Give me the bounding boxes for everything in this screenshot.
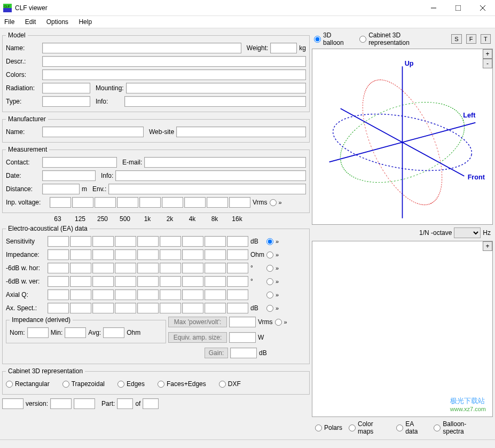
ea-cell[interactable]	[92, 289, 114, 300]
menu-file[interactable]: File	[4, 18, 14, 26]
inpvolt-cell[interactable]	[117, 197, 138, 208]
view3d-cabrep-radio[interactable]: Cabinet 3D representation	[359, 32, 439, 46]
ea-cell[interactable]	[205, 289, 226, 300]
ea-cell[interactable]	[70, 276, 91, 287]
ea-cell[interactable]	[48, 276, 69, 287]
ea-cell[interactable]	[160, 303, 181, 313]
descr-input[interactable]	[42, 56, 306, 67]
3d-viewer[interactable]: + - Up Left Front	[312, 49, 493, 225]
ea-cell[interactable]	[205, 249, 226, 260]
tab-colormaps[interactable]: Color maps	[349, 420, 390, 435]
ea-cell[interactable]	[70, 263, 91, 273]
ea-cell[interactable]	[92, 249, 114, 260]
ea-cell[interactable]	[160, 289, 181, 300]
viewer-scroll-plus[interactable]: +	[483, 49, 492, 59]
inpvolt-cell[interactable]	[139, 197, 161, 208]
ea-cell[interactable]	[205, 236, 226, 247]
website-input[interactable]	[176, 127, 306, 137]
meas-info-input[interactable]	[115, 170, 306, 181]
inpvolt-cell[interactable]	[229, 197, 250, 208]
inpvolt-cell[interactable]	[162, 197, 183, 208]
ea-cell[interactable]	[92, 276, 114, 287]
ea-cell[interactable]	[48, 236, 69, 247]
version-a-input[interactable]	[50, 398, 72, 409]
maxpower-input[interactable]	[229, 317, 256, 327]
version-prefix-input[interactable]	[2, 398, 23, 409]
cab3d-trap[interactable]: Trapezoidal	[62, 380, 105, 388]
view3d-balloon-radio[interactable]: 3D balloon	[314, 32, 352, 46]
ea-cell[interactable]	[92, 236, 114, 247]
part-input[interactable]	[117, 398, 133, 409]
min-input[interactable]	[65, 327, 86, 338]
ea-cell[interactable]	[115, 249, 136, 260]
ea-cell[interactable]	[48, 303, 69, 313]
maxpower-radio[interactable]	[275, 319, 282, 326]
inpvolt-cell[interactable]	[184, 197, 206, 208]
ea-cell[interactable]	[137, 249, 159, 260]
inpvolt-radio[interactable]	[270, 199, 277, 206]
ea-cell[interactable]	[115, 303, 136, 313]
ea-cell[interactable]	[160, 249, 181, 260]
ea-cell[interactable]	[182, 236, 203, 247]
gain-button[interactable]: Gain:	[205, 348, 228, 358]
ea-cell[interactable]	[205, 276, 226, 287]
sensitivity-radio[interactable]	[266, 238, 273, 245]
ea-cell[interactable]	[92, 263, 114, 273]
ea-cell[interactable]	[160, 236, 181, 247]
tab-eadata[interactable]: EA data	[396, 420, 427, 435]
ea-cell[interactable]	[137, 276, 159, 287]
ea-cell[interactable]	[160, 276, 181, 287]
mounting-input[interactable]	[126, 83, 306, 93]
distance-input[interactable]	[42, 184, 80, 194]
ea-cell[interactable]	[115, 263, 136, 273]
ea-cell[interactable]	[227, 276, 248, 287]
ea-cell[interactable]	[137, 263, 159, 273]
maximize-button[interactable]	[446, 0, 470, 16]
tab-balloonspectra[interactable]: Balloon-spectra	[434, 420, 486, 435]
menu-options[interactable]: Options	[46, 18, 68, 26]
ea-cell[interactable]	[48, 289, 69, 300]
ea-cell[interactable]	[205, 263, 226, 273]
inpvolt-cell[interactable]	[95, 197, 116, 208]
view-t-button[interactable]: T	[481, 34, 491, 44]
contact-input[interactable]	[42, 157, 117, 168]
avg-input[interactable]	[103, 327, 124, 338]
ea-cell[interactable]	[227, 263, 248, 273]
equiv-input[interactable]	[229, 332, 256, 343]
inpvolt-cell[interactable]	[207, 197, 228, 208]
cab3d-edges[interactable]: Edges	[117, 380, 145, 388]
tab-polars[interactable]: Polars	[315, 424, 342, 431]
view-f-button[interactable]: F	[466, 34, 476, 44]
mfr-name-input[interactable]	[42, 127, 144, 137]
axsp-radio[interactable]	[266, 305, 273, 312]
ea-cell[interactable]	[182, 263, 203, 273]
menu-edit[interactable]: Edit	[25, 18, 36, 26]
ea-cell[interactable]	[227, 289, 248, 300]
date-input[interactable]	[42, 170, 96, 181]
ea-cell[interactable]	[182, 289, 203, 300]
version-b-input[interactable]	[74, 398, 95, 409]
inpvolt-cell[interactable]	[50, 197, 71, 208]
gain-input[interactable]	[230, 348, 257, 358]
viewer-scroll-minus[interactable]: -	[483, 59, 492, 68]
ea-cell[interactable]	[70, 289, 91, 300]
view-s-button[interactable]: S	[451, 34, 461, 44]
weight-input[interactable]	[270, 43, 297, 53]
ea-cell[interactable]	[205, 303, 226, 313]
ea-cell[interactable]	[115, 276, 136, 287]
ea-cell[interactable]	[227, 303, 248, 313]
ea-cell[interactable]	[115, 289, 136, 300]
ea-cell[interactable]	[48, 263, 69, 273]
maxpower-button[interactable]: Max 'power/volt':	[168, 317, 227, 327]
nom-input[interactable]	[27, 327, 49, 338]
ea-cell[interactable]	[92, 303, 114, 313]
email-input[interactable]	[144, 157, 306, 168]
ea-cell[interactable]	[182, 249, 203, 260]
radiation-input[interactable]	[42, 83, 90, 93]
env-input[interactable]	[108, 184, 306, 194]
cab3d-facesedges[interactable]: Faces+Edges	[158, 380, 206, 388]
ea-cell[interactable]	[137, 236, 159, 247]
ea-cell[interactable]	[182, 303, 203, 313]
impedance-radio[interactable]	[266, 251, 273, 258]
ea-cell[interactable]	[160, 263, 181, 273]
